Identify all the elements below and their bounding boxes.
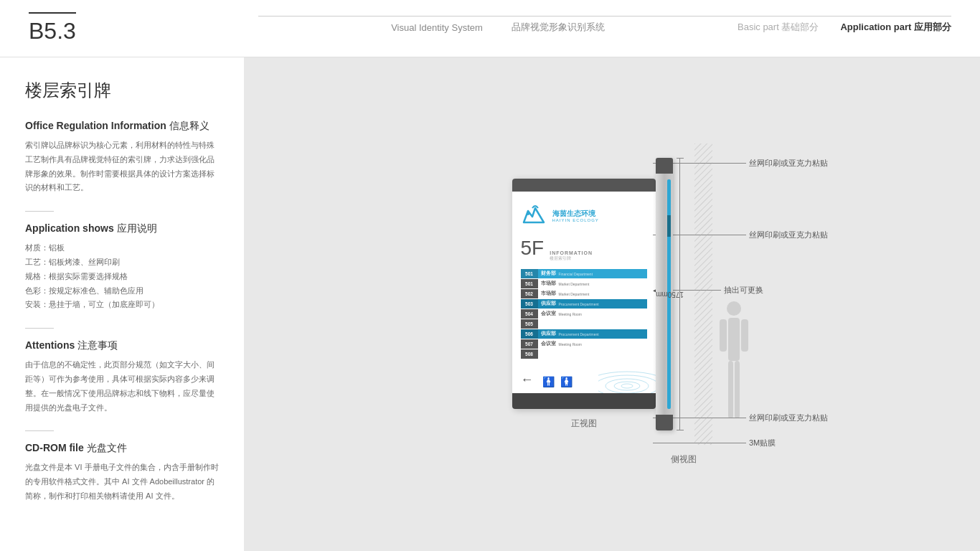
table-row: 503 供应部 Procurement Department <box>521 299 647 309</box>
svg-rect-9 <box>694 143 712 445</box>
main-content: 楼层索引牌 Office Regulation Information 信息释义… <box>0 57 980 551</box>
svg-point-6 <box>614 382 640 390</box>
table-row: 501 市场部 Market Department <box>521 279 647 288</box>
sign-floor-info: INFORMATION 楼层索引牌 <box>550 250 593 262</box>
section-heading-att: Attentions 注意事项 <box>25 339 219 352</box>
sign-logo-area: 海茵生态环境 HAIYIN ECOLOGY <box>521 202 647 228</box>
sign-floor-area: 5F INFORMATION 楼层索引牌 <box>521 237 647 262</box>
sign-logo-icon <box>521 202 547 228</box>
nav-center-cn: 品牌视觉形象识别系统 <box>512 21 605 34</box>
section-heading-office: Office Regulation Information 信息释义 <box>25 120 219 133</box>
front-view-label: 正视图 <box>571 418 597 430</box>
section-body-att: 由于信息的不确定性，此页部分规范（如文字大小、间距等）可作为参考使用，具体可根据… <box>25 358 219 415</box>
sign-logo-text: 海茵生态环境 HAIYIN ECOLOGY <box>552 209 599 222</box>
nav-app-en: Application part 应用部分 <box>840 21 951 34</box>
sign-top-bar <box>512 179 656 192</box>
header-right: Basic part 基础部分 Application part 应用部分 <box>738 16 951 34</box>
person-icon-1: 🚹 <box>542 376 555 387</box>
sign-icons-area: 🚹 🚺 <box>542 376 573 387</box>
sign-bottom-bar <box>512 393 656 409</box>
svg-rect-13 <box>741 319 748 352</box>
svg-rect-15 <box>735 361 740 408</box>
divider-1 <box>25 211 54 212</box>
section-body-office: 索引牌以品牌标识为核心元素，利用材料的特性与特殊工艺制作具有品牌视觉特征的索引牌… <box>25 138 219 195</box>
hatching-area <box>694 143 712 445</box>
section-heading-cdrom: CD-ROM file 光盘文件 <box>25 442 219 455</box>
header-left: B5.3 <box>29 12 258 44</box>
side-bottom-cap <box>656 415 673 430</box>
sign-bottom-area: ← 🚹 🚺 <box>512 367 656 393</box>
svg-rect-16 <box>728 404 733 418</box>
table-row: 507 会议室 Meeting Room <box>521 339 647 349</box>
left-panel: 楼层索引牌 Office Regulation Information 信息释义… <box>0 57 244 551</box>
sign-floor-en: INFORMATION <box>550 250 593 255</box>
table-row: 504 会议室 Meeting Room <box>521 309 647 319</box>
sign-body: 海茵生态环境 HAIYIN ECOLOGY 5F INFORMATION 楼层索… <box>512 192 656 367</box>
section-application: Application shows 应用说明 材质：铝板 工艺：铝板烤漆、丝网印… <box>25 222 219 312</box>
divider-3 <box>25 430 54 431</box>
sign-logo-en: HAIYIN ECOLOGY <box>552 218 599 222</box>
section-cdrom: CD-ROM file 光盘文件 光盘文件是本 VI 手册电子文件的集合，内含手… <box>25 442 219 503</box>
section-heading-app: Application shows 应用说明 <box>25 222 219 235</box>
svg-point-10 <box>727 301 741 316</box>
sign-logo-cn: 海茵生态环境 <box>552 209 599 218</box>
page-code: B5.3 <box>29 12 76 44</box>
svg-rect-14 <box>728 361 733 408</box>
svg-point-2 <box>527 212 529 215</box>
section-body-app: 材质：铝板 工艺：铝板烤漆、丝网印刷 规格：根据实际需要选择规格 色彩：按规定标… <box>25 241 219 312</box>
header-center: Visual Identity System 品牌视觉形象识别系统 <box>258 16 738 34</box>
table-row: 506 供应部 Procurement Department <box>521 329 647 339</box>
main-title: 楼层索引牌 <box>25 79 219 102</box>
section-attentions: Attentions 注意事项 由于信息的不确定性，此页部分规范（如文字大小、间… <box>25 339 219 415</box>
svg-marker-1 <box>524 208 544 222</box>
side-blue-accent <box>667 215 671 237</box>
topo-graphic <box>598 357 656 393</box>
right-panel: 海茵生态环境 HAIYIN ECOLOGY 5F INFORMATION 楼层索… <box>244 57 980 551</box>
sign-floor-cn: 楼层索引牌 <box>550 255 593 262</box>
section-body-cdrom: 光盘文件是本 VI 手册电子文件的集合，内含手册制作时的专用软件格式文件。其中 … <box>25 461 219 503</box>
svg-rect-12 <box>720 319 727 352</box>
svg-rect-11 <box>728 318 740 361</box>
person-icon-2: 🚺 <box>560 376 573 387</box>
human-silhouette <box>712 298 755 444</box>
nav-center-en: Visual Identity System <box>391 22 483 33</box>
table-row: 502 市场部 Market Department <box>521 289 647 298</box>
divider-2 <box>25 328 54 329</box>
svg-point-5 <box>606 379 649 393</box>
side-view-container: 1750mm <box>656 143 712 466</box>
sign-arrow-icon: ← <box>521 372 534 387</box>
svg-rect-17 <box>735 404 740 418</box>
table-row: 505 <box>521 319 647 329</box>
header: B5.3 Visual Identity System 品牌视觉形象识别系统 B… <box>0 0 980 57</box>
side-top-cap <box>656 158 673 174</box>
nav-basic-en: Basic part 基础部分 <box>738 21 819 34</box>
front-view-container: 海茵生态环境 HAIYIN ECOLOGY 5F INFORMATION 楼层索… <box>512 179 656 430</box>
sign-directory: 501 财务部 Financial Department 501 市场部 Mar… <box>521 269 647 359</box>
table-row: 501 财务部 Financial Department <box>521 269 647 278</box>
sign-floor-num: 5F <box>521 237 545 260</box>
side-view-label: 侧视图 <box>671 453 697 466</box>
dimension-label: 1750mm <box>656 290 684 298</box>
svg-point-7 <box>621 384 633 388</box>
section-office-regulation: Office Regulation Information 信息释义 索引牌以品… <box>25 120 219 195</box>
sign-board-front: 海茵生态环境 HAIYIN ECOLOGY 5F INFORMATION 楼层索… <box>512 179 656 409</box>
